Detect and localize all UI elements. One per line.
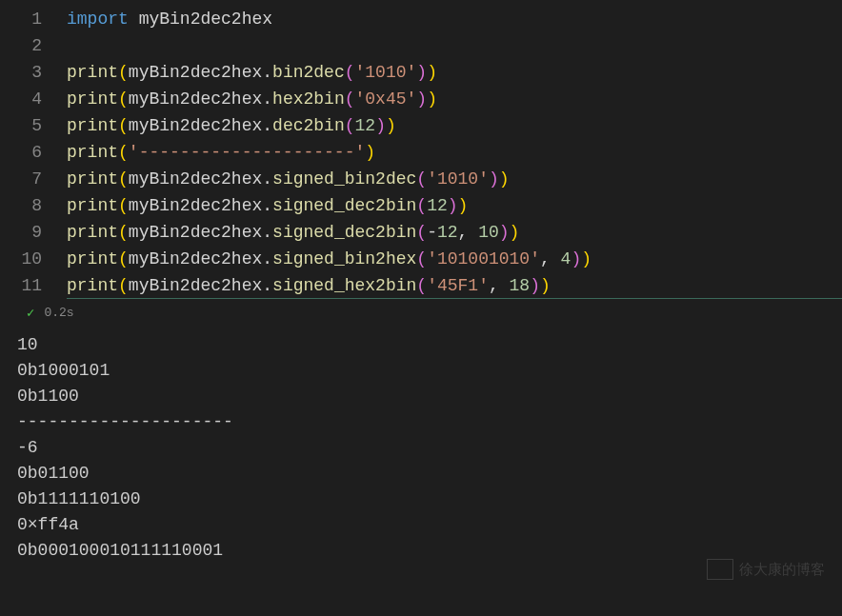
code-editor[interactable]: 1import myBin2dec2hex23print(myBin2dec2h… bbox=[0, 0, 842, 299]
code-line[interactable]: 4print(myBin2dec2hex.hex2bin('0x45')) bbox=[0, 86, 842, 112]
execution-time: 0.2s bbox=[44, 306, 73, 320]
code-line[interactable]: 1import myBin2dec2hex bbox=[0, 6, 842, 32]
code-line[interactable]: 6print('---------------------') bbox=[0, 139, 842, 166]
code-line[interactable]: 2 bbox=[0, 32, 842, 59]
output-line: 0b1000101 bbox=[17, 358, 842, 384]
line-number: 3 bbox=[0, 59, 67, 86]
line-number: 1 bbox=[0, 6, 67, 32]
code-line[interactable]: 7print(myBin2dec2hex.signed_bin2dec('101… bbox=[0, 166, 842, 192]
line-number: 7 bbox=[0, 166, 67, 192]
output-line: 0b1111110100 bbox=[17, 487, 842, 512]
line-content[interactable]: import myBin2dec2hex bbox=[67, 6, 842, 32]
line-content[interactable]: print('---------------------') bbox=[67, 139, 842, 166]
line-content[interactable]: print(myBin2dec2hex.bin2dec('1010')) bbox=[67, 59, 842, 86]
output-line: 0b1100 bbox=[17, 384, 842, 409]
cell-status-bar: ✓ 0.2s bbox=[0, 299, 842, 328]
line-number: 4 bbox=[0, 86, 67, 112]
line-content[interactable]: print(myBin2dec2hex.signed_dec2bin(12)) bbox=[67, 192, 842, 219]
code-line[interactable]: 5print(myBin2dec2hex.dec2bin(12)) bbox=[0, 112, 842, 139]
line-number: 2 bbox=[0, 32, 67, 59]
line-number: 8 bbox=[0, 192, 67, 219]
output-panel: 100b10001010b1100----------------------6… bbox=[0, 328, 842, 564]
line-number: 9 bbox=[0, 219, 67, 246]
watermark: 徐大康的博客 bbox=[707, 559, 825, 580]
line-number: 5 bbox=[0, 112, 67, 139]
line-content[interactable]: print(myBin2dec2hex.signed_bin2dec('1010… bbox=[67, 166, 842, 192]
line-number: 10 bbox=[0, 246, 67, 272]
code-line[interactable]: 11print(myBin2dec2hex.signed_hex2bin('45… bbox=[0, 272, 842, 299]
check-icon: ✓ bbox=[27, 305, 34, 321]
output-line: --------------------- bbox=[17, 409, 842, 435]
line-number: 11 bbox=[0, 272, 67, 299]
output-line: 10 bbox=[17, 332, 842, 358]
code-line[interactable]: 8print(myBin2dec2hex.signed_dec2bin(12)) bbox=[0, 192, 842, 219]
line-content[interactable] bbox=[67, 32, 842, 59]
line-content[interactable]: print(myBin2dec2hex.signed_hex2bin('45F1… bbox=[67, 272, 842, 299]
line-content[interactable]: print(myBin2dec2hex.signed_bin2hex('1010… bbox=[67, 246, 842, 272]
code-line[interactable]: 9print(myBin2dec2hex.signed_dec2bin(-12,… bbox=[0, 219, 842, 246]
watermark-icon bbox=[707, 559, 733, 580]
line-content[interactable]: print(myBin2dec2hex.signed_dec2bin(-12, … bbox=[67, 219, 842, 246]
line-content[interactable]: print(myBin2dec2hex.hex2bin('0x45')) bbox=[67, 86, 842, 112]
output-line: -6 bbox=[17, 435, 842, 461]
line-number: 6 bbox=[0, 139, 67, 166]
output-line: 0b01100 bbox=[17, 461, 842, 487]
code-line[interactable]: 10print(myBin2dec2hex.signed_bin2hex('10… bbox=[0, 246, 842, 272]
line-content[interactable]: print(myBin2dec2hex.dec2bin(12)) bbox=[67, 112, 842, 139]
output-line: 0×ff4a bbox=[17, 512, 842, 538]
watermark-text: 徐大康的博客 bbox=[739, 561, 825, 579]
code-line[interactable]: 3print(myBin2dec2hex.bin2dec('1010')) bbox=[0, 59, 842, 86]
